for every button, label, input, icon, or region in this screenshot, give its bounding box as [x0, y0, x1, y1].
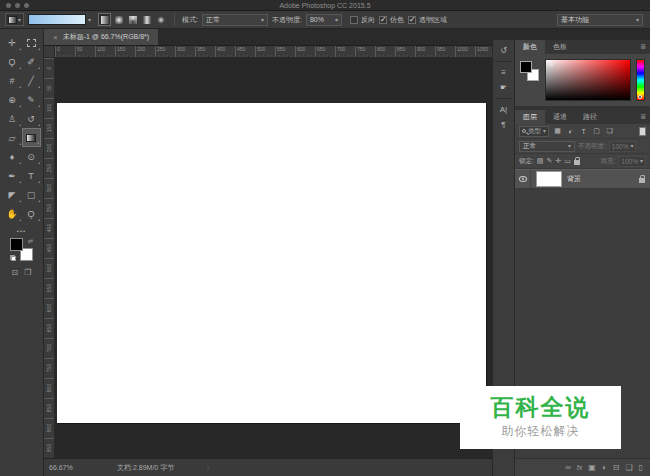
color-panel-tab[interactable]: 颜色 — [515, 40, 545, 54]
marquee-tool[interactable] — [22, 33, 41, 52]
eraser-tool[interactable]: ▱ — [3, 128, 22, 147]
zoom-window-icon[interactable] — [24, 3, 29, 8]
canvas[interactable] — [57, 103, 486, 423]
color-panel-menu-icon[interactable]: ≣ — [640, 43, 646, 51]
character-panel-icon[interactable]: A| — [495, 102, 513, 117]
smart-object-filter-icon[interactable]: ❏ — [604, 126, 615, 137]
shape-tool[interactable]: ▢ — [22, 185, 41, 204]
blend-mode-select[interactable]: 正常 ▾ — [519, 141, 575, 152]
chevron-down-icon[interactable]: ▾ — [88, 17, 91, 23]
checkbox-option[interactable]: 反向 — [350, 15, 375, 25]
tool-preset-picker[interactable]: ▾ — [5, 13, 24, 26]
close-tab-icon[interactable]: × — [53, 33, 58, 42]
layers-panel-menu-icon[interactable]: ≣ — [640, 113, 646, 121]
zoom-tool[interactable]: Ǫ — [22, 204, 41, 223]
blur-tool[interactable]: ♦ — [3, 147, 22, 166]
pen-tool[interactable]: ✒ — [3, 166, 22, 185]
layers-panel-tab[interactable]: 图层 — [515, 110, 545, 124]
crop-tool[interactable]: # — [3, 71, 22, 90]
history-brush-tool[interactable]: ↺ — [22, 109, 41, 128]
checkbox-icon[interactable] — [350, 16, 358, 24]
lock-image-icon[interactable]: ✎ — [546, 157, 552, 165]
link-layers-icon[interactable]: ∞ — [565, 464, 571, 472]
screen-mode-button[interactable]: ❐ — [24, 268, 31, 277]
ruler-corner[interactable] — [44, 46, 55, 58]
gradient-tool[interactable] — [22, 128, 41, 147]
diamond-gradient-button[interactable] — [154, 13, 167, 26]
paragraph-panel-icon[interactable]: ¶ — [495, 117, 513, 132]
status-options-chevron-icon[interactable]: 〉 — [206, 463, 213, 473]
clone-stamp-tool[interactable]: ♙ — [3, 109, 22, 128]
gradient-preview-swatch[interactable] — [28, 14, 86, 25]
libraries-panel-icon[interactable]: ☛ — [495, 80, 513, 95]
checkbox-option[interactable]: 仿色 — [379, 15, 404, 25]
checkbox-option[interactable]: 透明区域 — [408, 15, 447, 25]
color-panel-tab[interactable]: 色板 — [545, 40, 575, 54]
workspace-select[interactable]: 基本功能 ▾ — [557, 14, 643, 26]
shape-filter-icon[interactable]: ▢ — [591, 126, 602, 137]
reflected-gradient-button[interactable] — [140, 13, 153, 26]
foreground-color-swatch[interactable] — [520, 61, 532, 73]
new-adjustment-icon[interactable]: ◐ — [602, 464, 607, 472]
lock-transparent-icon[interactable]: ▨ — [537, 157, 544, 165]
adjustment-filter-icon[interactable]: ◐ — [565, 126, 576, 137]
add-mask-icon[interactable]: ▣ — [588, 464, 596, 472]
default-colors-icon[interactable] — [10, 255, 16, 261]
hue-marker[interactable] — [638, 95, 642, 99]
quick-mask-button[interactable]: ⊡ — [12, 268, 19, 277]
color-marker[interactable] — [549, 62, 553, 66]
brush-icon: ✎ — [27, 95, 35, 105]
edit-toolbar-button[interactable]: ••• — [17, 228, 26, 234]
layer-row-background[interactable]: 背景 — [515, 169, 650, 189]
path-selection-tool[interactable]: ◤ — [3, 185, 22, 204]
horizontal-ruler[interactable]: 0501001502002503003504004505005506006507… — [55, 46, 492, 58]
saturation-brightness-field[interactable] — [545, 59, 631, 101]
radial-gradient-button[interactable] — [112, 13, 125, 26]
chevron-down-icon: ▾ — [640, 158, 643, 164]
close-window-icon[interactable] — [6, 3, 11, 8]
eyedropper-tool[interactable]: ╱ — [22, 71, 41, 90]
brush-tool[interactable]: ✎ — [22, 90, 41, 109]
lock-position-icon[interactable]: ✛ — [555, 157, 561, 165]
move-tool[interactable]: ✛ — [3, 33, 22, 52]
opacity-select[interactable]: 80% ▾ — [306, 14, 342, 26]
lock-artboard-icon[interactable]: ▭ — [564, 157, 571, 165]
hue-slider[interactable] — [636, 59, 645, 101]
fill-select[interactable]: 100% ▾ — [618, 156, 646, 167]
mode-select[interactable]: 正常 ▾ — [202, 14, 268, 26]
foreground-color-swatch[interactable] — [10, 238, 23, 251]
healing-brush-tool[interactable]: ⊕ — [3, 90, 22, 109]
dodge-tool[interactable]: ⊙ — [22, 147, 41, 166]
new-layer-icon[interactable]: ❏ — [625, 464, 632, 472]
new-group-icon[interactable]: ⊟ — [613, 464, 620, 472]
type-filter-icon[interactable]: T — [578, 126, 589, 137]
vertical-ruler[interactable]: 0501001502002503003504004505005506006507… — [44, 58, 55, 458]
document-tab[interactable]: × 未标题-1 @ 66.7%(RGB/8*) — [44, 29, 158, 45]
layer-opacity-select[interactable]: 100% ▾ — [609, 141, 637, 152]
delete-layer-icon[interactable]: ▯ — [639, 464, 643, 472]
checkbox-icon[interactable] — [379, 16, 387, 24]
minimize-window-icon[interactable] — [15, 3, 20, 8]
checkbox-icon[interactable] — [408, 16, 416, 24]
layer-filter-type-select[interactable]: 类型 ▾ — [519, 126, 549, 137]
layers-panel-tab[interactable]: 通道 — [545, 110, 575, 124]
swap-colors-icon[interactable]: ⇄ — [28, 238, 33, 244]
adjustments-panel-icon[interactable]: ≡ — [495, 65, 513, 80]
filter-toggle-switch[interactable] — [639, 127, 646, 136]
layer-thumbnail[interactable] — [536, 171, 562, 187]
type-tool[interactable]: T — [22, 166, 41, 185]
layers-panel-tab[interactable]: 路径 — [575, 110, 605, 124]
document-size-info[interactable]: 文档:2.89M/0 字节 — [117, 463, 174, 473]
lock-all-icon[interactable] — [574, 160, 580, 165]
layer-effects-icon[interactable]: fx — [577, 464, 582, 471]
lasso-tool[interactable]: Ϙ — [3, 52, 22, 71]
zoom-level[interactable]: 66.67% — [49, 464, 109, 471]
linear-gradient-button[interactable] — [98, 13, 111, 26]
quick-selection-tool[interactable]: ✐ — [22, 52, 41, 71]
history-panel-icon[interactable]: ↺ — [495, 43, 513, 58]
ruler-tick: 200 — [135, 46, 155, 57]
pixel-filter-icon[interactable]: ▦ — [552, 126, 563, 137]
layer-visibility-toggle[interactable] — [515, 170, 531, 188]
hand-tool[interactable]: ✋ — [3, 204, 22, 223]
angle-gradient-button[interactable] — [126, 13, 139, 26]
